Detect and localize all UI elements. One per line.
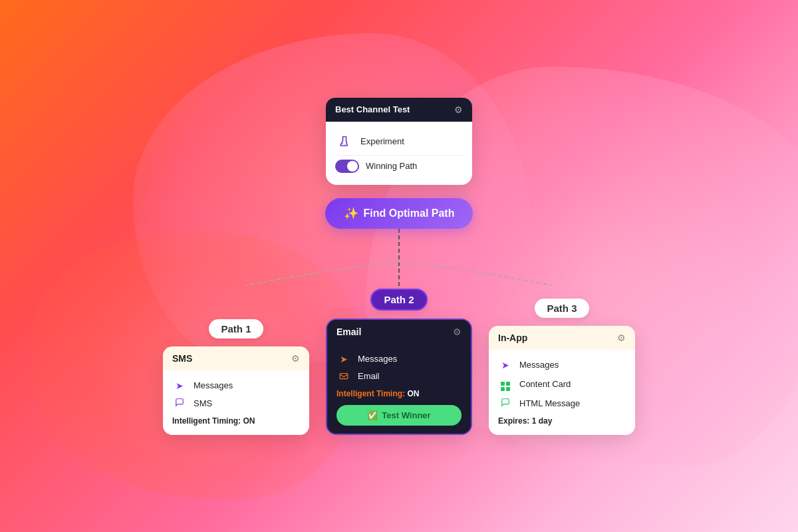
- path-2-label: Path 2: [370, 289, 427, 311]
- winning-path-toggle[interactable]: [335, 160, 359, 173]
- best-channel-test-card: Best Channel Test ⚙ Experiment W: [326, 98, 472, 185]
- path-1-container: Path 1 SMS ⚙ ➤ Messages SMS: [160, 319, 313, 435]
- sparkle-icon: ✨: [344, 206, 358, 221]
- email-channel-row: Email: [336, 368, 462, 385]
- inapp-card: In-App ⚙ ➤ Messages Content Card: [489, 326, 635, 435]
- toggle-container: [335, 160, 359, 173]
- gear-icon[interactable]: ⚙: [454, 104, 463, 115]
- svg-point-0: [342, 143, 344, 144]
- inapp-title: In-App: [498, 332, 527, 343]
- path-1-label: Path 1: [209, 319, 263, 338]
- content-card-label: Content Card: [519, 379, 571, 389]
- winning-path-label: Winning Path: [366, 161, 417, 171]
- test-winner-label: Test Winner: [382, 410, 430, 420]
- inapp-body: ➤ Messages Content Card HTML Message: [489, 350, 635, 435]
- bct-body: Experiment Winning Path: [326, 122, 472, 185]
- email-card: Email ⚙ ➤ Messages Email Int: [326, 319, 472, 435]
- main-container: Best Channel Test ⚙ Experiment W: [0, 0, 798, 532]
- email-messages-row: ➤ Messages: [336, 350, 462, 368]
- email-body: ➤ Messages Email Intelligent Timing: ON: [327, 344, 471, 434]
- bct-header: Best Channel Test ⚙: [326, 98, 472, 122]
- paper-plane-icon-email: ➤: [336, 354, 351, 364]
- email-timing-label: Intelligent Timing:: [336, 389, 405, 398]
- paper-plane-icon-inapp: ➤: [498, 360, 513, 370]
- inapp-messages-row: ➤ Messages: [498, 356, 626, 374]
- inapp-messages-label: Messages: [519, 360, 559, 370]
- connector-area: [160, 229, 638, 289]
- connector-svg: [160, 229, 638, 289]
- grid-icon: [498, 377, 513, 391]
- sms-timing: Intelligent Timing: ON: [172, 412, 300, 427]
- sms-header: SMS ⚙: [163, 346, 309, 370]
- svg-point-1: [344, 144, 345, 144]
- envelope-icon: [336, 371, 351, 382]
- paper-plane-icon-sms: ➤: [172, 380, 187, 391]
- sms-label: SMS: [194, 398, 212, 408]
- find-optimal-path-label: Find Optimal Path: [364, 207, 455, 219]
- email-title: Email: [336, 327, 361, 337]
- sms-title: SMS: [172, 353, 192, 364]
- sms-messages-label: Messages: [194, 380, 233, 390]
- message-icon: [172, 398, 187, 409]
- sms-card: SMS ⚙ ➤ Messages SMS Intelli: [163, 346, 309, 435]
- bct-winning-path-row: Winning Path: [335, 156, 463, 177]
- inapp-expires: Expires: 1 day: [498, 412, 626, 427]
- test-winner-button[interactable]: ✅ Test Winner: [336, 405, 462, 426]
- sms-messages-row: ➤ Messages: [172, 377, 300, 394]
- experiment-label: Experiment: [360, 136, 404, 146]
- email-messages-label: Messages: [358, 354, 397, 364]
- email-label: Email: [358, 371, 380, 381]
- email-timing: Intelligent Timing: ON: [336, 385, 462, 400]
- path-3-container: Path 3 In-App ⚙ ➤ Messages Content C: [485, 299, 638, 435]
- flask-icon: [335, 132, 354, 151]
- svg-rect-3: [340, 373, 348, 378]
- email-gear-icon[interactable]: ⚙: [453, 327, 462, 337]
- html-message-row: HTML Message: [498, 394, 626, 412]
- inapp-header: In-App ⚙: [489, 326, 635, 350]
- check-icon: ✅: [367, 410, 378, 420]
- expires-label: Expires: 1 day: [498, 416, 552, 426]
- email-header: Email ⚙: [327, 320, 471, 344]
- bct-experiment-row: Experiment: [335, 128, 463, 155]
- path-2-container: Path 2 Email ⚙ ➤ Messages Email: [323, 289, 475, 435]
- paths-row: Path 1 SMS ⚙ ➤ Messages SMS: [160, 289, 638, 435]
- bct-title: Best Channel Test: [335, 104, 410, 114]
- sms-gear-icon[interactable]: ⚙: [291, 353, 300, 364]
- bubble-icon: [498, 398, 513, 409]
- content-card-row: Content Card: [498, 374, 626, 394]
- sms-body: ➤ Messages SMS Intelligent Timing: ON: [163, 370, 309, 435]
- path-3-label: Path 3: [535, 299, 589, 318]
- inapp-gear-icon[interactable]: ⚙: [617, 332, 626, 343]
- email-timing-value: ON: [407, 389, 419, 398]
- find-optimal-path-button[interactable]: ✨ Find Optimal Path: [325, 198, 473, 229]
- html-message-label: HTML Message: [519, 398, 580, 408]
- sms-timing-value: ON: [243, 416, 255, 426]
- sms-channel-row: SMS: [172, 394, 300, 412]
- sms-timing-label: Intelligent Timing:: [172, 416, 241, 426]
